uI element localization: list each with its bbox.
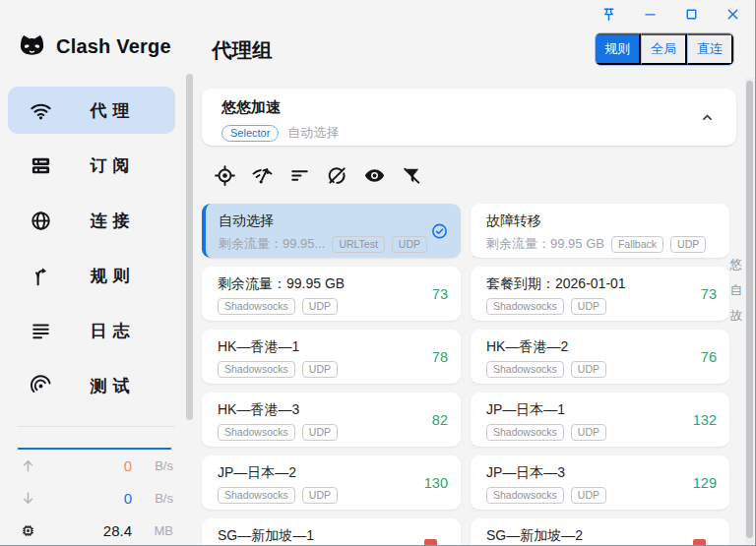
main-scrollbar-thumb[interactable] (746, 81, 753, 538)
proxy-desc: 剩余流量：99.95 GB (486, 235, 604, 253)
network-check-icon (251, 164, 274, 191)
proxy-badge: Shadowsocks (218, 424, 295, 441)
sidebar-item-rules[interactable]: 规则 (8, 252, 175, 299)
proxy-subline: ShadowsocksUDP (218, 424, 447, 441)
proxy-delay: 82 (432, 412, 448, 428)
locate-button[interactable] (214, 160, 236, 194)
proxy-name: HK—香港—1 (218, 337, 447, 356)
chevron-up-icon[interactable] (693, 103, 721, 131)
group-subline: Selector 自动选择 (221, 124, 339, 142)
sidebar-item-logs[interactable]: 日志 (8, 307, 175, 354)
sidebar-item-label: 代理 (52, 99, 175, 122)
filter-off-button[interactable] (401, 160, 423, 194)
proxy-card[interactable]: 故障转移剩余流量：99.95 GBFallbackUDP (471, 204, 729, 258)
hide-button[interactable] (326, 160, 348, 194)
pin-button[interactable] (588, 3, 629, 29)
brand: Clash Verge (17, 31, 171, 62)
memory-unit: MB (134, 523, 173, 538)
sidebar-item-connections[interactable]: 连接 (8, 197, 175, 244)
proxy-badge: UDP (302, 424, 338, 441)
proxy-card[interactable]: 套餐到期：2026-01-01ShadowsocksUDP73 (471, 267, 729, 321)
proxy-card[interactable]: JP—日本—3ShadowsocksUDP129 (471, 455, 729, 510)
network-check-button[interactable] (251, 160, 274, 194)
sort-button[interactable] (288, 160, 311, 194)
download-unit: B/s (134, 491, 173, 506)
mode-button-global[interactable]: 全局 (641, 33, 687, 65)
proxy-name: 自动选择 (219, 212, 447, 230)
proxy-badge: UDP (392, 236, 427, 253)
proxy-delay: 130 (424, 475, 448, 491)
sidebar-item-test[interactable]: 测试 (8, 362, 175, 409)
sidebar-item-proxy[interactable]: 代理 (8, 87, 175, 134)
proxy-badge: UDP (571, 298, 606, 315)
close-button[interactable] (712, 3, 753, 29)
group-toolbar (214, 160, 423, 194)
down-arrow-icon (20, 490, 36, 507)
radar-icon (30, 375, 52, 397)
mode-button-rule[interactable]: 规则 (596, 33, 641, 65)
proxy-delay: 76 (701, 349, 717, 365)
scroll-index-item[interactable]: 悠 (730, 258, 743, 272)
sidebar-item-profiles[interactable]: 订阅 (8, 142, 175, 189)
proxy-card[interactable]: 剩余流量：99.95 GBShadowsocksUDP73 (202, 267, 461, 321)
proxy-subline: ShadowsocksUDP (486, 361, 716, 378)
sidebar-divider (18, 426, 175, 427)
proxy-name: HK—香港—2 (486, 337, 716, 356)
proxy-grid: 自动选择剩余流量：99.95...URLTestUDP故障转移剩余流量：99.9… (202, 204, 729, 546)
maximize-button[interactable] (670, 3, 712, 29)
upload-stat-row: 0 B/s (0, 450, 193, 482)
proxy-delay: 129 (693, 475, 717, 491)
proxy-name: JP—日本—3 (486, 463, 716, 482)
fork-icon (30, 265, 52, 287)
proxy-card[interactable]: HK—香港—1ShadowsocksUDP78 (202, 330, 461, 384)
memory-icon (20, 522, 36, 539)
eye-button[interactable] (363, 160, 386, 194)
cat-logo-icon (17, 31, 47, 62)
group-scroll-index: 悠自故 (730, 258, 743, 323)
page-title: 代理组 (212, 36, 273, 64)
proxy-badge: Shadowsocks (486, 424, 564, 441)
proxy-subline: ShadowsocksUDP (486, 424, 716, 441)
scroll-index-item[interactable]: 自 (730, 283, 743, 297)
proxy-subline: ShadowsocksUDP (486, 487, 716, 504)
brand-name: Clash Verge (56, 35, 171, 58)
sidebar-item-label: 连接 (52, 210, 175, 232)
proxy-delay: 73 (432, 286, 448, 302)
close-icon (724, 6, 741, 27)
proxy-delay: 132 (693, 412, 717, 428)
proxy-card[interactable]: SG—新加坡—2 (471, 518, 729, 546)
clipped-delay-indicator (424, 539, 437, 546)
sidebar-item-label: 测试 (52, 375, 175, 397)
download-stat-row: 0 B/s (0, 482, 193, 515)
hide-icon (326, 164, 348, 191)
proxy-card[interactable]: JP—日本—1ShadowsocksUDP132 (471, 393, 729, 447)
locate-icon (214, 164, 236, 191)
proxy-badge: Shadowsocks (218, 361, 295, 378)
proxy-name: 故障转移 (486, 212, 716, 230)
window-controls (588, 3, 753, 29)
globe-icon (30, 210, 52, 232)
minimize-button[interactable] (629, 3, 670, 29)
sidebar-nav: 代理订阅连接规则日志测试 (8, 87, 175, 417)
proxy-group-header[interactable]: 悠悠加速 Selector 自动选择 (202, 89, 736, 146)
memory-stat-row[interactable]: 28.4 MB (0, 515, 193, 546)
proxy-card[interactable]: SG—新加坡—1 (202, 518, 461, 546)
proxy-subline: ShadowsocksUDP (218, 298, 447, 315)
proxy-card[interactable]: HK—香港—3ShadowsocksUDP82 (202, 393, 461, 447)
proxy-badge: UDP (302, 298, 338, 315)
filter-off-icon (401, 164, 423, 191)
mode-button-direct[interactable]: 直连 (687, 33, 733, 65)
scroll-index-item[interactable]: 故 (730, 309, 743, 323)
main-scrollbar[interactable] (745, 78, 754, 544)
proxy-card[interactable]: 自动选择剩余流量：99.95...URLTestUDP (202, 204, 461, 258)
proxy-badge: Shadowsocks (486, 487, 564, 504)
proxy-name: JP—日本—2 (218, 463, 447, 482)
pin-icon (600, 6, 617, 27)
proxy-card[interactable]: HK—香港—2ShadowsocksUDP76 (471, 330, 729, 384)
sidebar-item-label: 订阅 (52, 154, 175, 177)
proxy-card[interactable]: JP—日本—2ShadowsocksUDP130 (202, 455, 461, 510)
sidebar-scrollbar[interactable] (186, 74, 193, 420)
traffic-stats: 0 B/s 0 B/s 28.4 MB (0, 450, 193, 546)
minimize-icon (642, 6, 659, 27)
group-name: 悠悠加速 (221, 98, 281, 117)
